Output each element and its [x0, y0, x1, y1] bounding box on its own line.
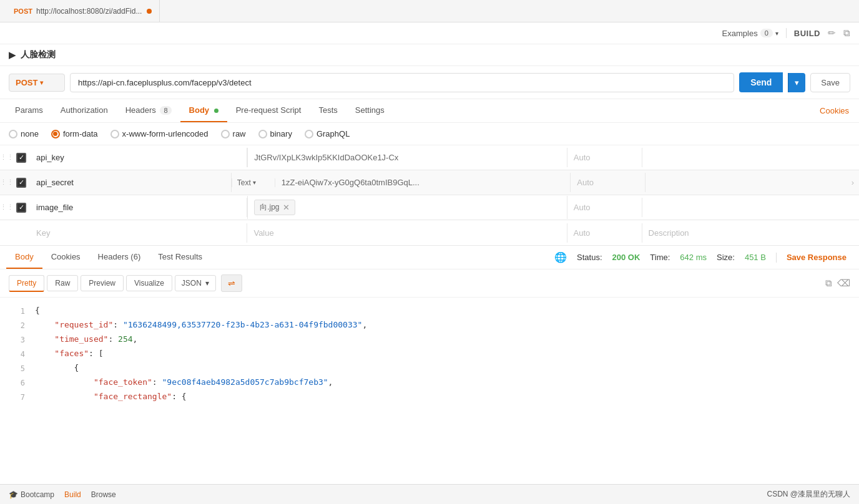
- send-dropdown-button[interactable]: ▾: [788, 73, 805, 92]
- save-button[interactable]: Save: [810, 73, 850, 92]
- placeholder-value[interactable]: Value: [247, 223, 567, 243]
- tab-headers[interactable]: Headers 8: [117, 99, 180, 122]
- radio-raw[interactable]: raw: [221, 129, 246, 138]
- api-key-desc[interactable]: [642, 153, 859, 163]
- method-label: POST: [16, 78, 37, 87]
- format-label: JSON: [182, 279, 202, 288]
- radio-circle-none: [9, 130, 17, 138]
- row-more-icon[interactable]: ›: [847, 178, 859, 187]
- image-file-value[interactable]: 向.jpg ✕: [247, 196, 567, 219]
- file-tag: 向.jpg ✕: [254, 200, 295, 215]
- response-tab-body[interactable]: Body: [6, 246, 42, 269]
- examples-button[interactable]: Examples 0 ▾: [722, 29, 778, 38]
- tab-url: http://localhost:8080/zi/addFid...: [36, 7, 142, 16]
- response-tabs: Body Cookies Headers (6) Test Results 🌐 …: [0, 246, 859, 269]
- type-selector[interactable]: Text ▾: [232, 178, 275, 187]
- tab-body[interactable]: Body: [180, 99, 227, 122]
- api-key-field[interactable]: api_key: [30, 148, 247, 167]
- drag-handle-2[interactable]: ⋮⋮: [0, 178, 12, 187]
- file-remove-icon[interactable]: ✕: [283, 203, 290, 212]
- radio-none[interactable]: none: [9, 129, 39, 138]
- drag-handle-3[interactable]: ⋮⋮: [0, 203, 12, 211]
- chevron-down-icon: ▾: [775, 30, 778, 37]
- image-file-auto: Auto: [567, 198, 642, 217]
- api-secret-value[interactable]: 1zZ-eiAQiw7x-yG0gQ6ta0tmIB9GqL...: [275, 173, 571, 192]
- type-label: Text: [237, 178, 251, 187]
- radio-circle-binary: [258, 130, 267, 138]
- globe-icon[interactable]: 🌐: [554, 251, 567, 263]
- api-secret-desc[interactable]: [645, 178, 847, 188]
- edit-icon[interactable]: ✏: [828, 27, 836, 39]
- api-key-auto: Auto: [567, 148, 642, 167]
- checkbox-image-file[interactable]: [12, 203, 30, 213]
- examples-label: Examples: [722, 29, 758, 38]
- code-line-1: 1 {: [0, 304, 859, 318]
- radio-circle-raw: [221, 130, 230, 138]
- checkbox-api-secret[interactable]: [12, 178, 30, 188]
- radio-form-data[interactable]: form-data: [51, 129, 98, 138]
- tab-params[interactable]: Params: [6, 99, 52, 122]
- image-file-field[interactable]: image_file: [30, 198, 247, 217]
- radio-graphql[interactable]: GraphQL: [305, 129, 350, 138]
- request-tab-bar: POST http://localhost:8080/zi/addFid...: [0, 0, 859, 22]
- line-num-1: 1: [5, 304, 25, 318]
- tab-dot: [147, 9, 152, 14]
- format-dropdown[interactable]: JSON ▾: [175, 275, 216, 291]
- pretty-button[interactable]: Pretty: [9, 275, 44, 292]
- radio-label-raw: raw: [233, 129, 246, 138]
- code-content-2: "request_id": "1636248499,63537720-f23b-…: [35, 318, 854, 332]
- code-content-1: {: [35, 304, 854, 317]
- code-line-3: 3 "time_used": 254,: [0, 332, 859, 347]
- api-secret-field[interactable]: api_secret: [30, 173, 232, 192]
- code-line-6: 6 "face_token": "9ec08f4aeb4982a5d057c7a…: [0, 376, 859, 390]
- tab-cookies[interactable]: Cookies: [816, 100, 853, 122]
- code-content-7: "face_rectangle": {: [35, 390, 854, 404]
- code-content-3: "time_used": 254,: [35, 332, 854, 346]
- time-label: Time:: [650, 253, 670, 262]
- tab-pre-request[interactable]: Pre-request Script: [227, 99, 310, 122]
- placeholder-key[interactable]: Key: [30, 223, 247, 243]
- raw-button[interactable]: Raw: [47, 275, 78, 291]
- response-meta: 🌐 Status: 200 OK Time: 642 ms Size: 451 …: [554, 251, 853, 263]
- form-row-api-secret: ⋮⋮ api_secret Text ▾ 1zZ-eiAQiw7x-yG0gQ6…: [0, 170, 859, 195]
- response-tab-test-results[interactable]: Test Results: [149, 246, 211, 269]
- clear-response-icon[interactable]: ⌫: [837, 278, 850, 289]
- wrap-button[interactable]: ⇌: [221, 274, 242, 292]
- response-tab-headers[interactable]: Headers (6): [89, 246, 150, 269]
- main-tabs: Params Authorization Headers 8 Body Pre-…: [0, 99, 859, 123]
- form-row-api-key: ⋮⋮ api_key JtGRv/IXpLK3wkIp5KKIdDaOOKe1J…: [0, 145, 859, 170]
- send-button[interactable]: Send: [739, 72, 783, 92]
- drag-handle[interactable]: ⋮⋮: [0, 153, 12, 162]
- radio-label-binary: binary: [270, 129, 292, 138]
- preview-button[interactable]: Preview: [81, 275, 124, 291]
- api-key-value[interactable]: JtGRv/IXpLK3wkIp5KKIdDaOOKe1J-Cx: [247, 148, 567, 167]
- url-input[interactable]: [70, 73, 734, 92]
- toolbar: Examples 0 ▾ BUILD ✏ ⧉: [0, 22, 859, 44]
- form-row-image-file: ⋮⋮ image_file 向.jpg ✕ Auto: [0, 195, 859, 220]
- copy-icon[interactable]: ⧉: [843, 27, 850, 39]
- visualize-button[interactable]: Visualize: [126, 275, 172, 291]
- response-format-bar: Pretty Raw Preview Visualize JSON ▾ ⇌ ⧉ …: [0, 269, 859, 298]
- format-chevron-icon: ▾: [205, 279, 209, 288]
- collapse-arrow[interactable]: ▶: [9, 50, 16, 60]
- checkbox-checked-icon-3: [16, 203, 26, 213]
- radio-label-graphql: GraphQL: [317, 129, 350, 138]
- body-type-row: none form-data x-www-form-urlencoded raw…: [0, 123, 859, 145]
- save-response-button[interactable]: Save Response: [787, 253, 847, 262]
- radio-binary[interactable]: binary: [258, 129, 292, 138]
- response-tab-cookies[interactable]: Cookies: [42, 246, 89, 269]
- method-select[interactable]: POST ▾: [9, 74, 65, 92]
- size-value: 451 B: [745, 253, 766, 262]
- build-button[interactable]: BUILD: [794, 29, 820, 38]
- copy-response-icon[interactable]: ⧉: [825, 278, 832, 289]
- checkbox-api-key[interactable]: [12, 153, 30, 163]
- status-value: 200 OK: [612, 253, 641, 262]
- tab-settings[interactable]: Settings: [346, 99, 393, 122]
- radio-x-www[interactable]: x-www-form-urlencoded: [110, 129, 209, 138]
- tab-tests[interactable]: Tests: [310, 99, 346, 122]
- line-num-6: 6: [5, 376, 25, 390]
- image-file-desc[interactable]: [642, 203, 859, 213]
- tab-authorization[interactable]: Authorization: [52, 99, 117, 122]
- request-tab[interactable]: POST http://localhost:8080/zi/addFid...: [6, 0, 160, 22]
- code-area: 1 { 2 "request_id": "1636248499,63537720…: [0, 298, 859, 422]
